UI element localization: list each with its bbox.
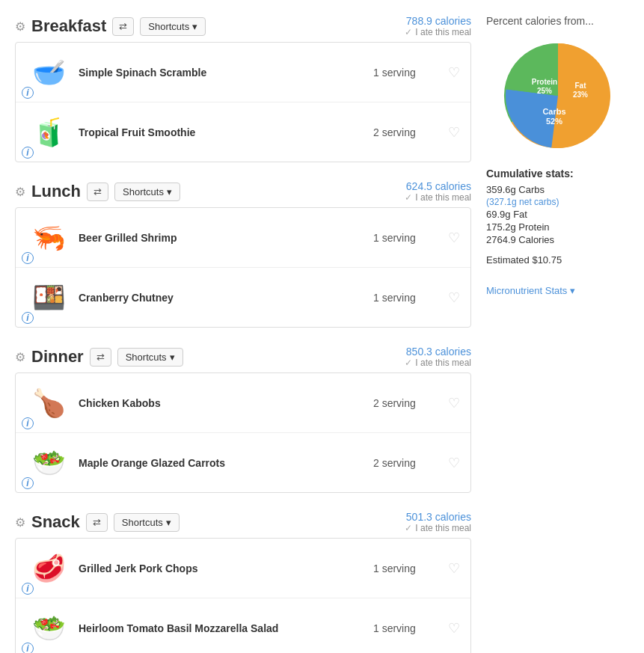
food-icon-breakfast-1: 🧃 bbox=[26, 111, 71, 153]
meal-header-left-breakfast: ⚙ Breakfast ⇄ Shortcuts ▾ bbox=[15, 16, 206, 36]
swap-button-snack[interactable]: ⇄ bbox=[86, 513, 108, 532]
item-serving-lunch-0: 1 serving bbox=[373, 232, 448, 244]
gear-icon-dinner[interactable]: ⚙ bbox=[15, 350, 25, 364]
shortcuts-arrow-lunch: ▾ bbox=[167, 186, 172, 197]
shortcuts-arrow-snack: ▾ bbox=[166, 517, 171, 528]
info-icon-dinner-0[interactable]: i bbox=[22, 417, 34, 429]
ate-meal-snack[interactable]: ✓ I ate this meal bbox=[405, 523, 471, 533]
shortcuts-button-breakfast[interactable]: Shortcuts ▾ bbox=[140, 17, 206, 36]
estimated-cost: Estimated $10.75 bbox=[486, 254, 629, 266]
shortcuts-button-dinner[interactable]: Shortcuts ▾ bbox=[117, 348, 183, 367]
item-name-dinner-0: Chicken Kabobs bbox=[79, 397, 161, 409]
gear-icon-snack[interactable]: ⚙ bbox=[15, 515, 25, 530]
favorite-button-snack-1[interactable]: ♡ bbox=[448, 620, 460, 637]
meal-title-lunch: Lunch bbox=[31, 182, 81, 201]
meal-header-right-lunch: 624.5 calories ✓ I ate this meal bbox=[405, 180, 471, 203]
favorite-button-breakfast-1[interactable]: ♡ bbox=[448, 124, 460, 141]
meal-item-breakfast-1: 🧃 Tropical Fruit Smoothie 2 serving ♡ i bbox=[16, 102, 470, 162]
favorite-button-dinner-0[interactable]: ♡ bbox=[448, 395, 460, 411]
item-name-snack-0: Grilled Jerk Pork Chops bbox=[79, 562, 198, 574]
shortcuts-arrow-dinner: ▾ bbox=[170, 352, 175, 363]
meal-item-snack-1: 🥗 Heirloom Tomato Basil Mozzarella Salad… bbox=[16, 598, 470, 653]
swap-button-dinner[interactable]: ⇄ bbox=[90, 348, 111, 367]
meal-breakfast: ⚙ Breakfast ⇄ Shortcuts ▾ 788.9 calories… bbox=[15, 15, 471, 162]
meal-snack: ⚙ Snack ⇄ Shortcuts ▾ 501.3 calories ✓ I… bbox=[15, 511, 471, 653]
info-icon-breakfast-0[interactable]: i bbox=[22, 87, 34, 99]
shortcuts-button-snack[interactable]: Shortcuts ▾ bbox=[114, 513, 180, 532]
micronutrient-link[interactable]: Micronutrient Stats ▾ bbox=[486, 285, 575, 296]
pie-chart: Carbs 52% Protein 25% Fat 23% bbox=[498, 36, 618, 156]
svg-text:Fat: Fat bbox=[574, 82, 586, 90]
pie-chart-title: Percent calories from... bbox=[486, 15, 629, 27]
item-name-lunch-0: Beer Grilled Shrimp bbox=[79, 232, 177, 244]
stats-panel: Percent calories from... bbox=[471, 15, 629, 653]
item-name-snack-1: Heirloom Tomato Basil Mozzarella Salad bbox=[79, 622, 278, 634]
info-icon-snack-1[interactable]: i bbox=[22, 643, 34, 653]
item-serving-snack-0: 1 serving bbox=[373, 562, 448, 574]
calories-link-snack[interactable]: 501.3 calories bbox=[406, 511, 471, 523]
shortcuts-button-lunch[interactable]: Shortcuts ▾ bbox=[114, 183, 180, 201]
item-serving-breakfast-1: 2 serving bbox=[373, 126, 448, 138]
info-icon-snack-0[interactable]: i bbox=[22, 583, 34, 595]
check-icon-dinner: ✓ bbox=[405, 358, 412, 368]
svg-text:Carbs: Carbs bbox=[542, 107, 565, 116]
dropdown-arrow-icon: ▾ bbox=[570, 285, 575, 296]
calories-link-lunch[interactable]: 624.5 calories bbox=[406, 180, 471, 192]
info-icon-lunch-1[interactable]: i bbox=[22, 312, 34, 324]
ate-meal-breakfast[interactable]: ✓ I ate this meal bbox=[405, 27, 471, 37]
favorite-button-breakfast-0[interactable]: ♡ bbox=[448, 64, 460, 81]
item-name-breakfast-0: Simple Spinach Scramble bbox=[79, 67, 206, 79]
favorite-button-dinner-1[interactable]: ♡ bbox=[448, 455, 460, 471]
fat-stat: 69.9g Fat bbox=[486, 209, 629, 220]
swap-button-breakfast[interactable]: ⇄ bbox=[112, 17, 134, 36]
svg-text:Protein: Protein bbox=[531, 78, 556, 86]
item-name-dinner-1: Maple Orange Glazed Carrots bbox=[79, 457, 225, 469]
meal-item-dinner-1: 🥗 Maple Orange Glazed Carrots 2 serving … bbox=[16, 433, 470, 492]
info-icon-lunch-0[interactable]: i bbox=[22, 252, 34, 264]
swap-button-lunch[interactable]: ⇄ bbox=[87, 183, 108, 201]
info-icon-breakfast-1[interactable]: i bbox=[22, 147, 34, 159]
calories-stat: 2764.9 Calories bbox=[486, 234, 629, 245]
svg-text:25%: 25% bbox=[536, 87, 551, 95]
food-icon-lunch-0: 🦐 bbox=[26, 217, 71, 258]
ate-meal-lunch[interactable]: ✓ I ate this meal bbox=[405, 192, 471, 203]
meal-items-lunch: 🦐 Beer Grilled Shrimp 1 serving ♡ i 🍱 Cr… bbox=[15, 207, 471, 328]
item-serving-dinner-0: 2 serving bbox=[373, 397, 448, 409]
item-name-breakfast-1: Tropical Fruit Smoothie bbox=[79, 126, 195, 138]
meal-header-dinner: ⚙ Dinner ⇄ Shortcuts ▾ 850.3 calories ✓ … bbox=[15, 346, 471, 368]
gear-icon-lunch[interactable]: ⚙ bbox=[15, 185, 25, 199]
food-icon-snack-1: 🥗 bbox=[26, 607, 71, 649]
check-icon-snack: ✓ bbox=[405, 523, 412, 533]
food-icon-lunch-1: 🍱 bbox=[26, 277, 71, 318]
calories-link-breakfast[interactable]: 788.9 calories bbox=[406, 15, 471, 27]
food-icon-dinner-0: 🍗 bbox=[26, 382, 71, 423]
info-icon-dinner-1[interactable]: i bbox=[22, 477, 34, 489]
ate-meal-dinner[interactable]: ✓ I ate this meal bbox=[405, 358, 471, 368]
food-icon-snack-0: 🥩 bbox=[26, 548, 71, 589]
calories-link-dinner[interactable]: 850.3 calories bbox=[406, 346, 471, 358]
svg-text:52%: 52% bbox=[545, 117, 562, 126]
check-icon-breakfast: ✓ bbox=[405, 27, 412, 37]
cumulative-stats: Cumulative stats: 359.6g Carbs (327.1g n… bbox=[486, 168, 629, 245]
favorite-button-lunch-1[interactable]: ♡ bbox=[448, 289, 460, 306]
meal-title-breakfast: Breakfast bbox=[31, 16, 106, 36]
meal-item-lunch-1: 🍱 Cranberry Chutney 1 serving ♡ i bbox=[16, 268, 470, 327]
ate-label-breakfast: I ate this meal bbox=[415, 27, 471, 37]
gear-icon-breakfast[interactable]: ⚙ bbox=[15, 19, 25, 34]
favorite-button-snack-0[interactable]: ♡ bbox=[448, 560, 460, 577]
net-carbs-stat: (327.1g net carbs) bbox=[486, 197, 629, 207]
favorite-button-lunch-0[interactable]: ♡ bbox=[448, 230, 460, 246]
check-icon-lunch: ✓ bbox=[405, 192, 412, 203]
item-info-snack-0: Grilled Jerk Pork Chops bbox=[71, 562, 373, 574]
item-serving-snack-1: 1 serving bbox=[373, 622, 448, 634]
meals-panel: ⚙ Breakfast ⇄ Shortcuts ▾ 788.9 calories… bbox=[15, 15, 471, 653]
ate-label-dinner: I ate this meal bbox=[415, 358, 471, 368]
item-info-dinner-1: Maple Orange Glazed Carrots bbox=[71, 457, 373, 469]
shortcuts-arrow-breakfast: ▾ bbox=[192, 21, 197, 32]
meal-items-dinner: 🍗 Chicken Kabobs 2 serving ♡ i 🥗 Maple O… bbox=[15, 373, 471, 493]
svg-text:23%: 23% bbox=[572, 91, 587, 99]
cumulative-title: Cumulative stats: bbox=[486, 168, 629, 180]
meal-item-lunch-0: 🦐 Beer Grilled Shrimp 1 serving ♡ i bbox=[16, 208, 470, 268]
item-serving-lunch-1: 1 serving bbox=[373, 292, 448, 304]
item-info-lunch-1: Cranberry Chutney bbox=[71, 292, 373, 304]
